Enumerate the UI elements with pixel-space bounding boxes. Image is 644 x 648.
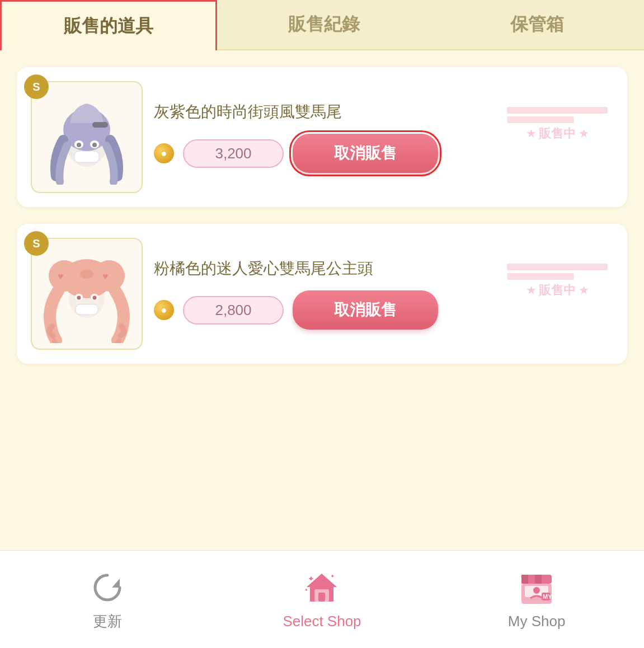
item-card-1: S	[17, 67, 627, 207]
my-shop-icon: MY	[517, 569, 556, 608]
tab-bar: 販售的道具 販售紀錄 保管箱	[0, 0, 644, 50]
star-icon-right: ★	[579, 128, 588, 140]
tab-storage[interactable]: 保管箱	[430, 0, 644, 49]
price-input-2[interactable]: 2,800	[183, 296, 284, 325]
svg-rect-9	[76, 304, 98, 314]
main-content: S	[0, 50, 644, 550]
select-shop-icon: ✦ ✦ ✦	[302, 569, 341, 608]
svg-marker-20	[112, 579, 120, 588]
svg-text:MY: MY	[543, 593, 552, 600]
refresh-icon	[88, 568, 127, 607]
watermark-line-2	[507, 264, 608, 270]
item-badge-1: S	[24, 74, 49, 99]
svg-point-18	[93, 295, 97, 299]
svg-point-19	[80, 270, 93, 279]
tab-records[interactable]: 販售紀錄	[217, 0, 431, 49]
on-sale-watermark-2: ★ 販售中 ★	[507, 264, 608, 299]
svg-rect-23	[318, 593, 325, 602]
select-shop-label: Select Shop	[283, 613, 361, 630]
refresh-label: 更新	[93, 612, 122, 631]
bottom-nav: 更新 ✦ ✦ ✦ Select Shop	[0, 550, 644, 648]
svg-rect-29	[535, 575, 542, 584]
coin-icon-1: ●	[154, 143, 174, 163]
nav-item-my-shop[interactable]: MY My Shop	[495, 569, 579, 630]
hair-pink-svg: ♥ ♥	[42, 245, 131, 343]
nav-item-refresh[interactable]: 更新	[65, 568, 149, 631]
svg-point-32	[533, 587, 540, 594]
coin-icon-2: ●	[154, 300, 174, 320]
item-info-1: ★ 販售中 ★ 灰紫色的時尚街頭風雙馬尾 ● 3,200 取消販售	[154, 101, 613, 173]
svg-point-17	[77, 295, 81, 299]
star-icon-left: ★	[527, 128, 535, 140]
svg-point-6	[77, 143, 81, 147]
star-icon-right-2: ★	[579, 284, 588, 297]
item-card-2: S ♥ ♥	[17, 224, 627, 364]
svg-rect-3	[92, 122, 108, 128]
empty-space	[17, 381, 627, 533]
watermark-line-short-2	[507, 273, 574, 280]
cancel-button-1[interactable]: 取消販售	[293, 134, 438, 173]
on-sale-text-2: ★ 販售中 ★	[527, 282, 588, 299]
item-image-box-1	[31, 81, 143, 193]
price-input-1[interactable]: 3,200	[183, 139, 284, 168]
cancel-button-2[interactable]: 取消販售	[293, 290, 438, 330]
svg-text:♥: ♥	[58, 271, 64, 282]
hair-blue-svg	[42, 90, 131, 185]
svg-rect-28	[521, 575, 528, 584]
watermark-line	[507, 107, 608, 114]
nav-item-select-shop[interactable]: ✦ ✦ ✦ Select Shop	[280, 569, 364, 630]
svg-text:✦: ✦	[304, 588, 308, 593]
my-shop-label: My Shop	[508, 613, 566, 630]
item-image-wrap-1: S	[31, 81, 143, 193]
svg-rect-1	[74, 151, 99, 162]
star-icon-left-2: ★	[527, 284, 535, 297]
svg-text:✦: ✦	[330, 573, 335, 579]
watermark-line-short	[507, 116, 574, 123]
svg-text:✦: ✦	[308, 574, 314, 583]
on-sale-watermark-1: ★ 販售中 ★	[507, 107, 608, 142]
item-info-2: ★ 販售中 ★ 粉橘色的迷人愛心雙馬尾公主頭 ● 2,800 取消販售	[154, 258, 613, 330]
svg-point-7	[92, 143, 97, 147]
item-badge-2: S	[24, 231, 49, 256]
svg-text:♥: ♥	[102, 271, 109, 282]
on-sale-text-1: ★ 販售中 ★	[527, 125, 588, 142]
item-image-wrap-2: S ♥ ♥	[31, 238, 143, 350]
tab-items[interactable]: 販售的道具	[0, 0, 217, 50]
item-image-box-2: ♥ ♥	[31, 238, 143, 350]
